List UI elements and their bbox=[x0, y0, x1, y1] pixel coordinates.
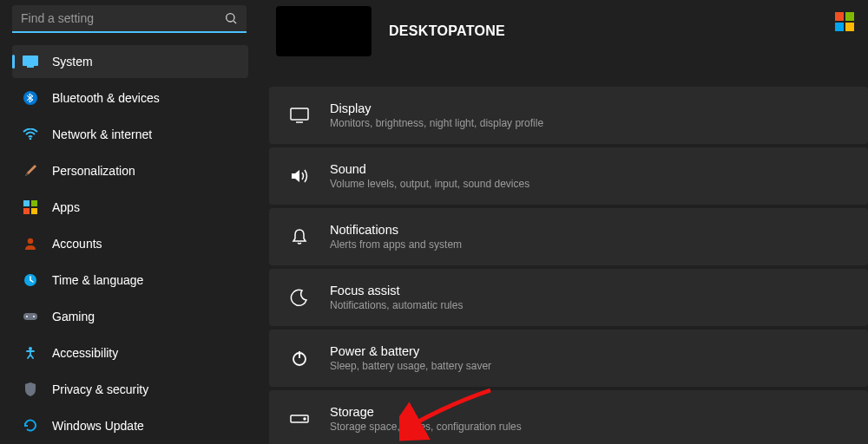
svg-rect-6 bbox=[23, 200, 30, 206]
wifi-icon bbox=[23, 127, 38, 142]
sound-icon bbox=[288, 165, 311, 187]
svg-rect-9 bbox=[31, 208, 37, 214]
sidebar-item-apps[interactable]: Apps bbox=[12, 191, 248, 224]
sidebar-item-label: Accounts bbox=[52, 237, 240, 251]
sidebar-item-label: Gaming bbox=[52, 310, 240, 323]
sidebar-item-label: Personalization bbox=[52, 164, 240, 178]
card-sub: Notifications, automatic rules bbox=[330, 299, 463, 311]
sidebar-item-privacy[interactable]: Privacy & security bbox=[12, 373, 248, 406]
gaming-icon bbox=[23, 309, 38, 324]
svg-rect-2 bbox=[23, 56, 38, 66]
windows-logo-icon bbox=[835, 12, 854, 31]
svg-rect-7 bbox=[31, 200, 37, 206]
system-icon bbox=[23, 54, 38, 69]
sidebar-item-label: Privacy & security bbox=[52, 382, 240, 396]
sidebar-item-accounts[interactable]: Accounts bbox=[12, 227, 248, 260]
brush-icon bbox=[23, 163, 38, 179]
sidebar-item-label: System bbox=[52, 55, 240, 69]
svg-point-13 bbox=[26, 316, 28, 317]
sidebar-item-label: Time & language bbox=[52, 273, 240, 287]
power-icon bbox=[288, 347, 311, 369]
clock-icon bbox=[23, 272, 38, 288]
svg-point-0 bbox=[227, 14, 234, 22]
card-title: Sound bbox=[330, 162, 529, 176]
svg-rect-12 bbox=[23, 313, 37, 320]
apps-icon bbox=[23, 199, 38, 215]
svg-line-1 bbox=[233, 21, 236, 23]
svg-rect-3 bbox=[27, 66, 34, 68]
card-focus-assist[interactable]: Focus assist Notifications, automatic ru… bbox=[269, 269, 868, 326]
svg-rect-16 bbox=[291, 108, 308, 120]
svg-point-5 bbox=[30, 138, 32, 140]
card-notifications[interactable]: Notifications Alerts from apps and syste… bbox=[269, 208, 868, 265]
bluetooth-icon bbox=[23, 90, 38, 106]
sidebar-item-system[interactable]: System bbox=[12, 45, 248, 78]
sidebar-item-label: Bluetooth & devices bbox=[52, 91, 240, 105]
search-icon bbox=[224, 11, 238, 25]
sidebar-item-label: Accessibility bbox=[52, 346, 240, 360]
sidebar-item-label: Network & internet bbox=[52, 127, 240, 141]
sidebar-item-label: Windows Update bbox=[52, 419, 240, 433]
update-icon bbox=[23, 418, 38, 434]
sidebar-item-windows-update[interactable]: Windows Update bbox=[12, 409, 248, 442]
header: DESKTOPATONE bbox=[269, 0, 868, 59]
card-sub: Sleep, battery usage, battery saver bbox=[330, 360, 491, 372]
user-avatar[interactable] bbox=[276, 6, 372, 56]
card-power-battery[interactable]: Power & battery Sleep, battery usage, ba… bbox=[269, 330, 868, 387]
sidebar-item-network[interactable]: Network & internet bbox=[12, 118, 248, 151]
display-icon bbox=[288, 104, 311, 127]
shield-icon bbox=[23, 382, 38, 397]
search-input-field[interactable] bbox=[21, 11, 224, 25]
svg-rect-8 bbox=[23, 208, 30, 214]
card-title: Storage bbox=[330, 405, 522, 419]
svg-point-21 bbox=[304, 418, 306, 420]
card-title: Focus assist bbox=[330, 284, 463, 297]
card-storage[interactable]: Storage Storage space, drives, configura… bbox=[269, 390, 868, 444]
sidebar-item-accessibility[interactable]: Accessibility bbox=[12, 336, 248, 369]
sidebar-item-bluetooth[interactable]: Bluetooth & devices bbox=[12, 82, 248, 114]
nav: System Bluetooth & devices Network & int… bbox=[12, 45, 248, 442]
card-sub: Monitors, brightness, night light, displ… bbox=[330, 117, 543, 129]
card-sound[interactable]: Sound Volume levels, output, input, soun… bbox=[269, 147, 868, 205]
sidebar-item-personalization[interactable]: Personalization bbox=[12, 154, 248, 187]
sidebar-item-gaming[interactable]: Gaming bbox=[12, 300, 248, 333]
user-name: DESKTOPATONE bbox=[389, 23, 505, 39]
content: DESKTOPATONE Display Monitors, brightnes… bbox=[260, 0, 868, 444]
bell-icon bbox=[288, 225, 311, 248]
person-icon bbox=[23, 236, 38, 251]
sidebar: System Bluetooth & devices Network & int… bbox=[0, 0, 260, 444]
accessibility-icon bbox=[23, 345, 38, 361]
card-title: Notifications bbox=[330, 223, 462, 237]
sidebar-item-time-language[interactable]: Time & language bbox=[12, 264, 248, 297]
settings-cards: Display Monitors, brightness, night ligh… bbox=[269, 87, 868, 444]
svg-point-10 bbox=[28, 238, 33, 244]
card-title: Power & battery bbox=[330, 344, 491, 358]
search-input[interactable] bbox=[12, 5, 247, 33]
svg-point-14 bbox=[33, 316, 35, 317]
card-sub: Volume levels, output, input, sound devi… bbox=[330, 178, 529, 190]
card-title: Display bbox=[330, 101, 543, 115]
card-sub: Alerts from apps and system bbox=[330, 238, 462, 251]
storage-icon bbox=[288, 408, 311, 430]
card-display[interactable]: Display Monitors, brightness, night ligh… bbox=[269, 87, 868, 144]
card-sub: Storage space, drives, configuration rul… bbox=[330, 421, 522, 433]
moon-icon bbox=[288, 286, 311, 309]
sidebar-item-label: Apps bbox=[52, 200, 240, 214]
